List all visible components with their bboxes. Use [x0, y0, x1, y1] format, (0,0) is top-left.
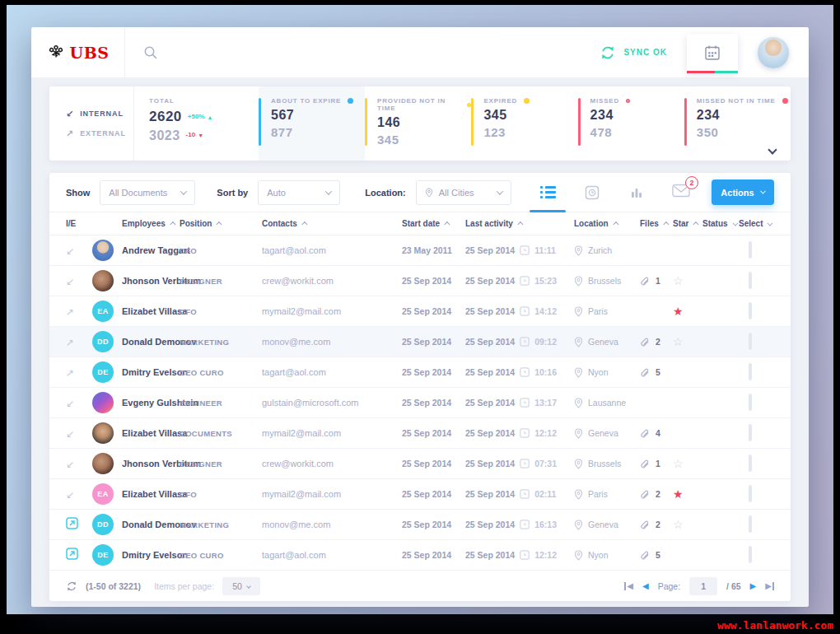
view-chart-tab[interactable] — [614, 173, 659, 212]
items-per-page-dropdown[interactable]: 50 — [222, 577, 260, 595]
first-page-button[interactable]: ◀ — [624, 582, 633, 590]
row-checkbox[interactable] — [749, 546, 752, 563]
star-icon[interactable]: ★ — [673, 305, 684, 318]
employee-name[interactable]: Elizabet Villasa — [122, 428, 187, 438]
table-row[interactable]: ↗ DE Dmitry Evelson CEO CURO tagart@aol.… — [49, 357, 791, 388]
sort-up-icon — [663, 221, 669, 227]
star-icon[interactable]: ☆ — [673, 457, 684, 470]
column-header-last-activity[interactable]: Last activity — [465, 219, 574, 228]
row-checkbox[interactable] — [749, 455, 752, 472]
table-row[interactable]: ↙ EA Elizabet Villasa CFO mymail2@mail.c… — [49, 479, 791, 510]
last-page-button[interactable]: ▶ — [765, 582, 774, 590]
column-header-employees[interactable]: Employees — [92, 219, 180, 228]
table-row[interactable]: ↙ Evgeny Gulshtein ENGINEER gulstain@mic… — [49, 388, 791, 418]
calendar-icon — [703, 44, 721, 62]
contact-email[interactable]: mymail2@mail.com — [262, 428, 402, 438]
files-cell[interactable]: 5 — [640, 367, 673, 377]
contact-email[interactable]: mymail2@mail.com — [262, 306, 402, 316]
contact-email[interactable]: gulstain@microsoft.com — [262, 398, 402, 408]
star-icon[interactable]: ☆ — [673, 518, 684, 531]
contact-email[interactable]: crew@workit.com — [262, 459, 402, 469]
employee-name[interactable]: Elizabet Villasa — [122, 489, 187, 499]
row-checkbox[interactable] — [749, 515, 752, 533]
actions-button[interactable]: Actions — [712, 179, 774, 205]
contact-email[interactable]: crew@workit.com — [262, 276, 402, 286]
previous-page-button[interactable]: ◀ — [642, 582, 649, 590]
app-body: ↙ INTERNAL ↗ EXTERNAL TOTAL 2620 +50%▲ — [31, 78, 809, 607]
stat-card[interactable]: MISSED 234 478 — [578, 86, 684, 161]
search-button[interactable] — [143, 27, 158, 77]
table-row[interactable]: DE Dmitry Evelson CEO CURO tagart@aol.co… — [49, 540, 791, 571]
contact-email[interactable]: monov@me.com — [262, 337, 402, 347]
row-checkbox[interactable] — [749, 424, 752, 441]
location-dropdown[interactable]: All Cities — [416, 180, 511, 205]
contact-email[interactable]: tagart@aol.com — [262, 245, 402, 255]
contact-email[interactable]: monov@me.com — [262, 520, 402, 529]
files-cell[interactable]: 5 — [640, 550, 673, 560]
contact-email[interactable]: tagart@aol.com — [262, 550, 402, 560]
table-row[interactable]: ↙ Jhonson Verbitum DESIGNER crew@workit.… — [49, 449, 791, 479]
page-input[interactable]: 1 — [689, 577, 717, 595]
files-cell[interactable]: 1 — [640, 276, 673, 286]
files-cell[interactable]: 2 — [640, 489, 673, 499]
row-checkbox[interactable] — [749, 272, 752, 289]
stat-card[interactable]: PROVIDED NOT IN TIME 146 345 — [365, 86, 471, 161]
row-checkbox[interactable] — [749, 363, 752, 380]
view-list-tab[interactable] — [525, 173, 570, 212]
row-checkbox[interactable] — [749, 241, 752, 259]
column-header-contacts[interactable]: Contacts — [262, 219, 402, 228]
column-header-status[interactable]: Status — [702, 219, 739, 228]
files-cell[interactable]: 2 — [640, 520, 673, 529]
start-date: 25 Sep 2014 — [402, 398, 465, 408]
files-cell[interactable]: 4 — [640, 428, 673, 438]
user-avatar[interactable] — [758, 37, 789, 68]
employee-name[interactable]: Elizabet Villasa — [122, 306, 187, 316]
table-row[interactable]: ↙ Andrew Taggart CFO tagart@aol.com 23 M… — [49, 235, 791, 266]
ubs-logo[interactable]: UBS — [31, 27, 125, 77]
column-header-start-date[interactable]: Start date — [402, 219, 465, 228]
employee-name[interactable]: Dmitry Evelson — [122, 550, 188, 560]
table-row[interactable]: DD Donald Demonov MARKETING monov@me.com… — [49, 510, 791, 540]
documents-dropdown[interactable]: All Documents — [100, 180, 195, 205]
table-row[interactable]: ↙ Elizabet Villasa DOCUMENTS mymail2@mai… — [49, 418, 791, 449]
start-date: 25 Sep 2014 — [402, 459, 465, 469]
row-checkbox[interactable] — [749, 485, 752, 502]
column-header-position[interactable]: Position — [180, 219, 262, 228]
row-checkbox[interactable] — [749, 302, 752, 319]
star-icon[interactable]: ☆ — [673, 274, 684, 287]
total-section: TOTAL 2620 +50%▲ 3023 -10▼ — [133, 86, 259, 161]
stat-card[interactable]: ABOUT TO EXPIRE 567 877 — [259, 86, 365, 161]
clock-icon — [520, 550, 530, 560]
column-header-i-e[interactable]: I/E — [66, 219, 92, 228]
contact-email[interactable]: mymail2@mail.com — [262, 489, 402, 499]
external-filter[interactable]: ↗ EXTERNAL — [66, 128, 133, 139]
row-checkbox[interactable] — [749, 333, 752, 350]
contact-email[interactable]: tagart@aol.com — [262, 367, 402, 377]
employee-name[interactable]: Dmitry Evelson — [122, 367, 188, 377]
stat-card[interactable]: EXPIRED 345 123 — [471, 86, 577, 161]
view-mail-tab[interactable]: 2 — [659, 173, 703, 212]
files-cell[interactable]: 1 — [640, 459, 673, 469]
search-icon — [143, 45, 158, 60]
star-icon[interactable]: ★ — [673, 487, 684, 501]
row-checkbox[interactable] — [749, 394, 752, 411]
internal-filter[interactable]: ↙ INTERNAL — [66, 109, 133, 119]
star-icon[interactable]: ☆ — [673, 335, 684, 348]
column-header-star[interactable]: Star — [673, 219, 702, 228]
table-row[interactable]: ↙ Jhonson Verbitum DESIGNER crew@workit.… — [49, 266, 791, 296]
position: DESIGNER — [180, 459, 262, 469]
column-header-select[interactable]: Select — [739, 219, 774, 228]
sync-status[interactable]: SYNC OK — [600, 44, 667, 61]
column-header-files[interactable]: Files — [640, 219, 673, 228]
calendar-button[interactable] — [687, 34, 738, 72]
table-row[interactable]: ↗ DD Donald Demonov MARKETING monov@me.c… — [49, 327, 791, 357]
stat-secondary-value: 877 — [271, 124, 353, 141]
column-header-location[interactable]: Location — [574, 219, 640, 228]
next-page-button[interactable]: ▶ — [750, 582, 757, 590]
files-cell[interactable]: 2 — [640, 337, 673, 347]
activity-time: 02:11 — [534, 489, 556, 499]
table-row[interactable]: ↗ EA Elizabet Villasa CFO mymail2@mail.c… — [49, 296, 791, 327]
view-recent-tab[interactable] — [570, 173, 614, 212]
refresh-icon[interactable] — [66, 580, 77, 592]
sort-dropdown[interactable]: Auto — [258, 180, 340, 205]
